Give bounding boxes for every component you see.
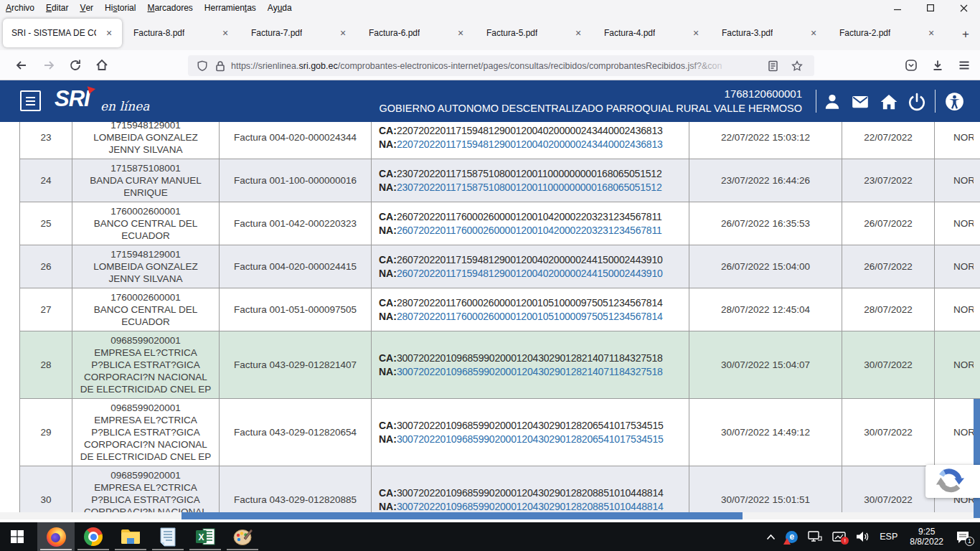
horizontal-scrollbar-thumb[interactable] [182,512,743,519]
notification-center-icon[interactable]: 1 [956,530,970,544]
tab-title: Factura-8.pdf [133,28,184,38]
chrome-open-indicator [77,549,109,550]
tab-close-icon[interactable]: × [806,27,821,39]
menu-archivo[interactable]: Archivo [0,0,40,16]
menu-herramientas[interactable]: Herramientas [199,0,262,16]
emission-date: 30/07/2022 [842,466,935,512]
taskbar-paint-icon[interactable] [225,522,260,551]
mail-icon[interactable] [851,93,870,111]
language-indicator[interactable]: ESP [880,532,897,542]
na-link[interactable]: 2307202201171587510800120011000000000168… [397,182,662,193]
tab-active-sri[interactable]: SRI - SISTEMA DE COMP × [3,19,122,47]
taskbar-excel-icon[interactable]: X [188,522,222,551]
na-link[interactable]: 3007202201096859902000120430290128206541… [397,433,664,445]
taskbar-notepad-icon[interactable] [151,522,185,551]
new-tab-button[interactable]: + [957,26,974,43]
tab-factura-4-pdf[interactable]: Factura-4.pdf× [595,19,709,47]
volume-tray-icon[interactable] [856,531,870,542]
lock-icon[interactable] [215,60,225,72]
emission-date: 28/07/2022 [842,288,935,331]
header-divider [816,90,816,113]
na-link[interactable]: 2607202201176000260000120010420002203231… [397,225,662,236]
tab-close-icon[interactable]: × [689,27,703,39]
home-icon[interactable] [95,59,108,72]
ca-value: 2607202201176000260000120010420002203231… [397,211,662,222]
table-row: 24 1715875108001BANDA CURAY MANUELENRIQU… [20,159,980,202]
invoices-table: 23 1715948129001LOMBEIDA GONZALEZJENNY S… [19,122,980,512]
tab-factura-5-pdf[interactable]: Factura-5.pdf× [478,19,591,47]
emission-type: NORMAL [935,122,980,159]
taskbar-firefox-icon[interactable] [39,522,73,551]
bookmark-star-icon[interactable] [791,60,803,72]
url-bar[interactable]: https://srienlinea.sri.gob.ec/comprobant… [188,55,814,76]
sri-menu-icon[interactable] [20,90,41,111]
start-button[interactable] [0,522,34,551]
na-link[interactable]: 2807202201176000260000120010510000975051… [397,311,663,322]
screen: ArchivoEditarVerHistorialMarcadoresHerra… [0,0,980,551]
na-link[interactable]: 2607202201171594812900120040200000244150… [397,268,663,279]
menu-historial[interactable]: Historial [99,0,141,16]
tab-factura-7-pdf[interactable]: Factura-7.pdf× [242,19,356,47]
tab-close-icon[interactable]: × [453,27,468,39]
network-tray-icon[interactable] [808,531,822,542]
ca-value: 3007202201096859902000120430290128206541… [397,420,664,431]
reload-icon[interactable] [69,59,82,72]
recaptcha-icon [936,467,964,496]
factura-number: Factura 043-029-012820885 [220,466,372,512]
row-number: 24 [20,159,72,202]
power-icon[interactable] [908,93,926,111]
tab-close-icon[interactable]: × [102,27,116,39]
recaptcha-badge[interactable] [925,465,980,498]
back-icon[interactable] [15,59,28,72]
downloads-icon[interactable] [931,59,944,72]
access-key-cell: CA:2307202201171587510800120011000000000… [372,159,689,202]
antivirus-tray-icon[interactable]: e [786,531,798,543]
emission-type: NORMAL [935,202,980,245]
hamburger-menu-icon[interactable] [958,59,971,72]
na-link[interactable]: 2207202201171594812900120040200000243440… [397,138,663,150]
menu-editar[interactable]: Editar [40,0,74,16]
display-alert-tray-icon[interactable]: ! [832,532,846,542]
emitter-ruc-name: 0968599020001EMPRESA EL?CTRICAP?BLICA ES… [72,466,220,512]
tab-close-icon[interactable]: × [924,27,938,39]
tracking-shield-icon[interactable] [197,60,208,72]
pocket-icon[interactable] [905,59,918,72]
na-link[interactable]: 3007202201096859902000120430290128214071… [397,366,663,377]
home-white-icon[interactable] [880,93,898,111]
authorization-datetime: 30/07/2022 15:04:07 [689,331,842,398]
tray-expand-icon[interactable] [766,534,776,540]
taskbar-chrome-icon[interactable] [76,522,110,551]
user-icon[interactable] [823,93,842,111]
tab-title: SRI - SISTEMA DE COMP [11,28,96,38]
sri-logo[interactable]: SRI [55,86,90,112]
tab-close-icon[interactable]: × [571,27,585,39]
accessibility-icon[interactable] [945,92,963,110]
minimize-button[interactable] [881,0,914,16]
menu-ver[interactable]: Ver [74,0,99,16]
clock[interactable]: 9:25 8/8/2022 [910,527,943,547]
access-key-cell: CA:2807202201176000260000120010510000975… [372,288,689,331]
browser-tabbar: SRI - SISTEMA DE COMP × Factura-8.pdf×Fa… [0,16,980,50]
tab-factura-8-pdf[interactable]: Factura-8.pdf× [125,19,238,47]
forward-icon[interactable] [42,59,55,72]
tab-title: Factura-5.pdf [486,28,537,38]
tab-factura-3-pdf[interactable]: Factura-3.pdf× [713,19,826,47]
menu-ayuda[interactable]: Ayuda [262,0,298,16]
emitter-ruc-name: 1715875108001BANDA CURAY MANUELENRIQUE [72,159,220,202]
access-key-cell: CA:3007202201096859902000120430290128214… [372,331,689,398]
tab-close-icon[interactable]: × [218,27,232,39]
menu-marcadores[interactable]: Marcadores [141,0,198,16]
tab-factura-2-pdf[interactable]: Factura-2.pdf× [831,19,944,47]
emitter-ruc-name: 1715948129001LOMBEIDA GONZALEZJENNY SILV… [72,122,220,159]
tab-close-icon[interactable]: × [336,27,350,39]
tab-factura-6-pdf[interactable]: Factura-6.pdf× [360,19,473,47]
row-number: 28 [20,331,72,398]
close-button[interactable] [947,0,980,16]
na-link[interactable]: 3007202201096859902000120430290128208851… [397,501,664,512]
maximize-button[interactable] [914,0,947,16]
na-label: NA: [379,225,397,236]
reader-mode-icon[interactable] [768,60,778,72]
sri-logo-suffix: en línea [100,99,149,113]
taskbar-explorer-icon[interactable] [113,522,148,551]
vertical-scrollbar-thumb[interactable] [974,399,980,518]
